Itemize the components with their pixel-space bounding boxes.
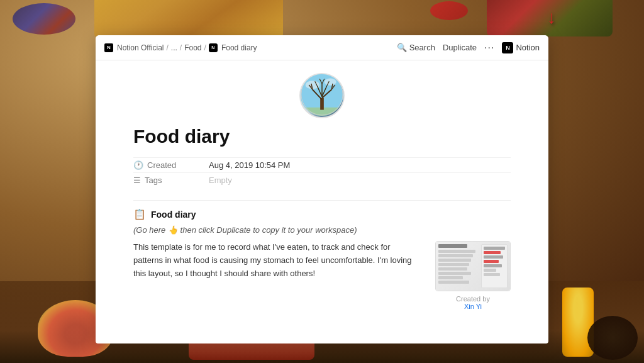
subtitle-post: then click Duplicate to copy it to your … (180, 225, 357, 235)
preview-creator-name: Xin Yi (464, 303, 482, 310)
page-content: Food diary 🕐 Created Aug 4, 2019 10:54 P… (96, 60, 548, 343)
preview-thumbnail (435, 241, 511, 291)
preview-created-by: Created by (456, 295, 490, 303)
description-text: This template is for me to record what I… (133, 241, 420, 280)
notion-breadcrumb-icon: N (104, 43, 113, 52)
search-label: Search (409, 43, 435, 52)
created-label-text: Created (147, 160, 176, 170)
more-options-button[interactable]: ··· (484, 42, 494, 53)
avatar-container (133, 73, 511, 118)
meta-tags-label: ☰ Tags (133, 176, 209, 185)
breadcrumb-food-diary[interactable]: Food diary (221, 43, 257, 52)
notion-branding: N Notion (502, 42, 540, 53)
page-avatar[interactable] (299, 73, 345, 118)
top-bar-actions: 🔍 Search Duplicate ··· N Notion (397, 42, 540, 53)
content-row: This template is for me to record what I… (133, 241, 511, 310)
fd-section-header: 📋 Food diary (133, 208, 511, 220)
meta-created-label: 🕐 Created (133, 160, 209, 170)
duplicate-label: Duplicate (443, 43, 477, 52)
fd-section-icon: 📋 (133, 208, 146, 220)
breadcrumb: N Notion Official / ... / Food / N Food … (104, 43, 257, 52)
created-value: Aug 4, 2019 10:54 PM (209, 160, 290, 170)
search-icon: 🔍 (397, 43, 407, 52)
breadcrumb-food[interactable]: Food (184, 43, 201, 52)
preview-inner (436, 242, 510, 291)
breadcrumb-sep-3: / (204, 43, 206, 52)
duplicate-button[interactable]: Duplicate (443, 43, 477, 52)
fd-section-heading: Food diary (151, 209, 196, 220)
section-divider (133, 200, 511, 201)
notion-logo-icon: N (502, 42, 513, 53)
more-options-icon: ··· (484, 42, 494, 53)
search-button[interactable]: 🔍 Search (397, 43, 435, 52)
preview-section: Created by Xin Yi (435, 241, 511, 310)
notion-label: Notion (516, 43, 540, 52)
breadcrumb-sep-2: / (180, 43, 182, 52)
clock-icon: 🕐 (133, 160, 143, 170)
fd-subtitle: (Go here 👆 then click Duplicate to copy … (133, 225, 511, 235)
top-bar: N Notion Official / ... / Food / N Food … (96, 35, 548, 60)
page-notion-icon: N (209, 43, 218, 52)
subtitle-hand: 👆 (168, 225, 178, 235)
download-arrow-icon: ↓ (547, 8, 556, 28)
breadcrumb-item-notion[interactable]: Notion Official (117, 43, 164, 52)
svg-point-3 (325, 79, 336, 86)
meta-tags-row: ☰ Tags Empty (133, 172, 511, 187)
page-title: Food diary (133, 126, 511, 147)
tags-icon: ☰ (133, 176, 141, 185)
meta-created-row: 🕐 Created Aug 4, 2019 10:54 PM (133, 157, 511, 172)
main-panel: N Notion Official / ... / Food / N Food … (96, 35, 548, 343)
breadcrumb-dots[interactable]: ... (171, 43, 177, 52)
tags-label-text: Tags (145, 176, 162, 185)
meta-section: 🕐 Created Aug 4, 2019 10:54 PM ☰ Tags Em… (133, 157, 511, 187)
breadcrumb-sep-1: / (166, 43, 168, 52)
avatar-tree-svg (301, 73, 343, 117)
subtitle-pre: (Go here (133, 225, 165, 235)
tags-value: Empty (209, 176, 232, 185)
